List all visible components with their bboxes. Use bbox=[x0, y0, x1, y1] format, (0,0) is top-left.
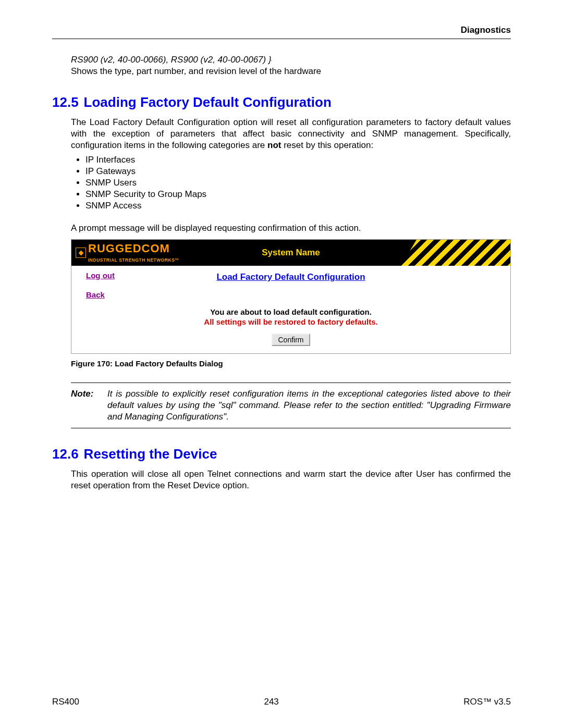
list-item: SNMP Access bbox=[85, 201, 511, 211]
section-title-text: Resetting the Device bbox=[84, 446, 217, 462]
section-126-para: This operation will close all open Telne… bbox=[71, 468, 511, 491]
dialog-nav: Log out Back bbox=[86, 271, 115, 310]
note-label: Note: bbox=[71, 388, 107, 423]
note-block: Note: It is possible to explicitly reset… bbox=[71, 382, 511, 428]
dialog-warning-1: You are about to load default configurat… bbox=[82, 307, 500, 316]
section-125-para: The Load Factory Default Configuration o… bbox=[71, 117, 511, 151]
doc-footer: RS400 243 ROS™ v3.5 bbox=[52, 697, 511, 707]
list-item: IP Gateways bbox=[85, 166, 511, 177]
dialog-title: Load Factory Default Configuration bbox=[82, 272, 500, 282]
logo-text: RUGGEDCOM bbox=[88, 242, 170, 255]
list-item: SNMP Security to Group Maps bbox=[85, 189, 511, 200]
footer-left: RS400 bbox=[52, 697, 79, 707]
confirm-button[interactable]: Confirm bbox=[272, 334, 310, 346]
section-125-heading: 12.5Loading Factory Default Configuratio… bbox=[52, 94, 511, 110]
dialog-warning-2: All settings will be restored to factory… bbox=[82, 317, 500, 326]
doc-header: Diagnostics bbox=[52, 25, 511, 39]
list-item: SNMP Users bbox=[85, 178, 511, 188]
note-text: It is possible to explicitly reset confi… bbox=[107, 388, 511, 423]
logo-tagline: INDUSTRIAL STRENGTH NETWORKS™ bbox=[88, 257, 179, 263]
figure-caption: Figure 170: Load Factory Defaults Dialog bbox=[71, 359, 511, 368]
header-right: Diagnostics bbox=[461, 25, 511, 35]
hazard-stripes-icon bbox=[401, 240, 510, 266]
list-item: IP Interfaces bbox=[85, 155, 511, 165]
back-link[interactable]: Back bbox=[86, 290, 115, 299]
logo-icon bbox=[76, 248, 86, 258]
dialog-banner: RUGGEDCOM INDUSTRIAL STRENGTH NETWORKS™ … bbox=[71, 240, 510, 266]
logout-link[interactable]: Log out bbox=[86, 271, 115, 280]
section-title-text: Loading Factory Default Configuration bbox=[84, 94, 332, 110]
section-number: 12.6 bbox=[52, 446, 79, 462]
logo: RUGGEDCOM INDUSTRIAL STRENGTH NETWORKS™ bbox=[71, 243, 179, 263]
rs-identifier-line: RS900 (v2, 40-00-0066), RS900 (v2, 40-00… bbox=[71, 55, 511, 65]
prompt-message: A prompt message will be displayed reque… bbox=[71, 223, 511, 234]
rs-description-line: Shows the type, part number, and revisio… bbox=[71, 66, 511, 77]
section-126-heading: 12.6Resetting the Device bbox=[52, 446, 511, 462]
footer-page-number: 243 bbox=[264, 697, 278, 707]
exception-list: IP Interfaces IP Gateways SNMP Users SNM… bbox=[85, 155, 511, 211]
footer-right: ROS™ v3.5 bbox=[463, 697, 511, 707]
section-number: 12.5 bbox=[52, 94, 79, 110]
dialog-screenshot: RUGGEDCOM INDUSTRIAL STRENGTH NETWORKS™ … bbox=[71, 239, 511, 354]
banner-title: System Name bbox=[262, 248, 320, 258]
